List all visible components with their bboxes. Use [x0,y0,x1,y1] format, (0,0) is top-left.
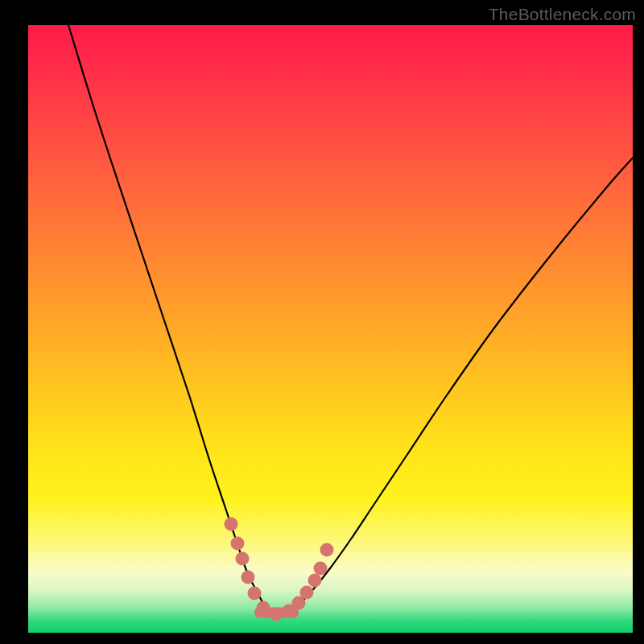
curve-marker [257,601,270,615]
plot-area [28,25,633,633]
watermark-text: TheBottleneck.com [489,5,636,24]
curve-marker [320,543,334,557]
curve-marker [242,571,255,584]
curve-marker [308,574,322,588]
bottleneck-curve [68,25,633,615]
curve-marker [248,587,262,601]
curve-marker [270,608,283,621]
curve-marker [231,537,245,551]
curve-marker [300,586,314,600]
chart-frame: TheBottleneck.com [0,0,644,644]
curve-marker [225,518,238,531]
curve-marker [236,552,250,566]
curve-markers [225,518,334,621]
curve-marker [314,562,328,576]
chart-svg [28,25,633,633]
